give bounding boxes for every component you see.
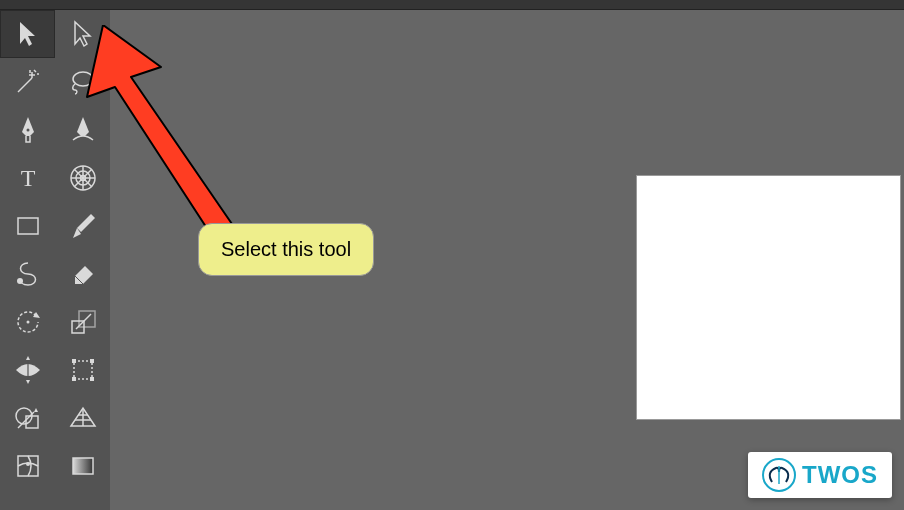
svg-point-11 xyxy=(17,278,23,284)
shaper-tool[interactable] xyxy=(0,250,55,298)
scale-tool[interactable] xyxy=(55,298,110,346)
svg-marker-19 xyxy=(26,380,30,384)
type-tool[interactable]: T xyxy=(0,154,55,202)
svg-rect-10 xyxy=(18,218,38,234)
svg-rect-20 xyxy=(74,361,92,379)
svg-marker-27 xyxy=(34,408,38,412)
watermark-text: TWOS xyxy=(802,461,878,489)
rectangle-tool[interactable] xyxy=(0,202,55,250)
top-bar xyxy=(0,0,904,10)
svg-point-13 xyxy=(26,321,29,324)
svg-point-1 xyxy=(26,129,29,132)
svg-point-0 xyxy=(73,72,93,86)
eraser-tool[interactable] xyxy=(55,250,110,298)
watermark: TWOS xyxy=(748,452,892,498)
width-tool[interactable] xyxy=(0,346,55,394)
pen-tool[interactable] xyxy=(0,106,55,154)
artboard-canvas[interactable] xyxy=(636,175,901,420)
svg-marker-18 xyxy=(26,356,30,360)
free-transform-tool[interactable] xyxy=(55,346,110,394)
magic-wand-tool[interactable] xyxy=(0,58,55,106)
gradient-tool[interactable] xyxy=(55,442,110,490)
perspective-grid-tool[interactable] xyxy=(55,394,110,442)
svg-rect-23 xyxy=(72,377,76,381)
svg-rect-22 xyxy=(90,359,94,363)
curvature-tool[interactable] xyxy=(55,106,110,154)
rotate-tool[interactable] xyxy=(0,298,55,346)
callout-label: Select this tool xyxy=(198,223,374,276)
svg-rect-33 xyxy=(73,458,93,474)
toolbox: T xyxy=(0,10,110,510)
selection-tool[interactable] xyxy=(0,10,55,58)
paintbrush-tool[interactable] xyxy=(55,202,110,250)
mesh-tool[interactable] xyxy=(0,442,55,490)
svg-rect-21 xyxy=(72,359,76,363)
lasso-tool[interactable] xyxy=(55,58,110,106)
shape-builder-tool[interactable] xyxy=(0,394,55,442)
svg-text:T: T xyxy=(20,165,35,191)
direct-selection-tool[interactable] xyxy=(55,10,110,58)
svg-rect-24 xyxy=(90,377,94,381)
polar-grid-tool[interactable] xyxy=(55,154,110,202)
svg-point-32 xyxy=(26,462,30,466)
svg-marker-34 xyxy=(87,25,243,253)
watermark-logo-icon xyxy=(762,458,796,492)
